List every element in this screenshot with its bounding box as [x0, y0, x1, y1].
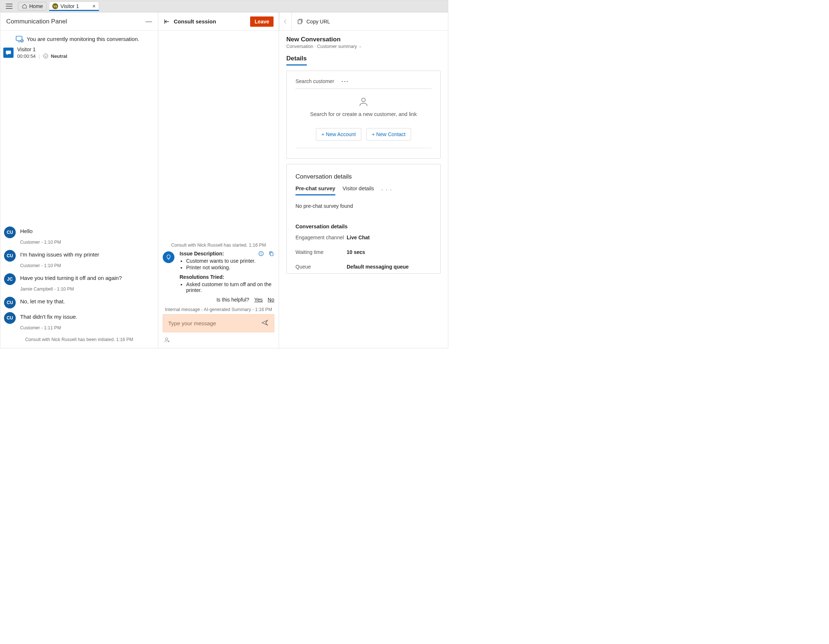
details-tab[interactable]: Details: [286, 55, 307, 65]
monitoring-banner: You are currently monitoring this conver…: [0, 31, 158, 44]
customer-card: Search customer --- Search for or create…: [286, 71, 441, 159]
tab-overflow-button[interactable]: . . .: [381, 186, 392, 196]
close-tab-button[interactable]: ✕: [92, 4, 96, 9]
conversation-details-title: Conversation details: [295, 173, 432, 180]
info-icon[interactable]: [258, 251, 264, 257]
add-participant-button[interactable]: [164, 338, 171, 344]
kv-value: Default messaging queue: [347, 264, 432, 270]
message: CUI'm having issues with my printerCusto…: [4, 250, 154, 270]
kv-key: Queue: [295, 264, 347, 270]
leave-button[interactable]: Leave: [250, 16, 274, 27]
message-list[interactable]: CUHelloCustomer - 1:10 PMCUI'm having is…: [0, 63, 158, 348]
helpful-question: Is this helpful?: [216, 297, 249, 303]
top-bar: Home V1 Visitor 1 ✕: [0, 0, 448, 13]
svg-point-15: [165, 338, 168, 340]
home-label: Home: [29, 3, 43, 9]
kv-key: Engagement channel: [295, 235, 347, 240]
helpful-yes-link[interactable]: Yes: [254, 297, 263, 303]
message-avatar: CU: [4, 250, 16, 262]
visitor-name: Visitor 1: [17, 46, 67, 52]
conversation-details-card: Conversation details Pre-chat survey Vis…: [286, 164, 441, 274]
new-account-button[interactable]: + New Account: [316, 128, 361, 140]
kv-section-title: Conversation details: [295, 224, 432, 229]
svg-rect-16: [298, 20, 301, 24]
svg-rect-5: [6, 51, 11, 54]
send-button[interactable]: [261, 319, 269, 327]
new-contact-button[interactable]: + New Contact: [366, 128, 411, 140]
kv-key: Waiting time: [295, 249, 347, 255]
neutral-face-icon: [43, 53, 49, 59]
send-icon: [261, 319, 269, 327]
message-meta: Customer - 1:10 PM: [20, 240, 154, 245]
tab-visitor-details[interactable]: Visitor details: [343, 186, 374, 196]
helpful-prompt: Is this helpful? Yes No: [180, 297, 274, 303]
message-avatar: JC: [4, 273, 16, 285]
customer-empty-hint: Search for or create a new customer, and…: [295, 111, 432, 117]
consult-title: Consult session: [174, 18, 216, 25]
tab-pre-chat-survey[interactable]: Pre-chat survey: [295, 186, 335, 196]
panel-title: Communication Panel: [6, 18, 67, 25]
add-person-icon: [164, 337, 171, 343]
svg-rect-14: [270, 253, 273, 256]
issue-heading: Issue Description:: [180, 251, 224, 257]
chevron-down-icon: [358, 45, 362, 49]
message-avatar: CU: [4, 226, 16, 238]
session-tab[interactable]: V1 Visitor 1 ✕: [49, 2, 99, 11]
tab-label: Visitor 1: [60, 3, 79, 9]
message: CUHelloCustomer - 1:10 PM: [4, 226, 154, 246]
chat-icon: [3, 47, 14, 58]
message-avatar: CU: [4, 297, 16, 308]
internal-message-meta: Internal message - AI-generated Summary …: [163, 307, 274, 312]
no-survey-text: No pre-chat survey found: [295, 203, 432, 209]
record-title: New Conversation: [286, 36, 441, 43]
arrow-left-icon: [282, 18, 289, 25]
conversation-timer: 00:00:54: [17, 54, 36, 59]
resolutions-list: Asked customer to turn off and on the pr…: [186, 281, 274, 293]
svg-point-6: [44, 54, 48, 58]
tab-avatar: V1: [52, 3, 58, 9]
list-item: Asked customer to turn off and on the pr…: [186, 281, 274, 293]
search-customer-label: Search customer: [295, 78, 334, 84]
message: JCHave you tried turning it off and on a…: [4, 273, 154, 293]
compose-box[interactable]: [163, 314, 274, 332]
collapse-panel-button[interactable]: —: [145, 17, 152, 25]
copy-icon[interactable]: [268, 251, 274, 257]
ai-summary-card: Issue Description: Customer wants to use…: [163, 251, 274, 305]
message-text: That didn't fix my issue.: [20, 314, 77, 320]
message-meta: Customer - 1:10 PM: [20, 263, 154, 268]
sentiment-label: Neutral: [51, 54, 67, 59]
collapse-left-icon[interactable]: [164, 18, 170, 25]
record-subtitle: Conversation · Customer summary: [286, 44, 441, 49]
sentiment-indicator: Neutral: [43, 53, 67, 59]
lightbulb-icon: [163, 251, 175, 263]
message: CUThat didn't fix my issue.Customer - 1:…: [4, 312, 154, 332]
svg-point-17: [362, 98, 365, 102]
system-note: Consult with Nick Russell has been initi…: [4, 337, 154, 342]
kv-value: Live Chat: [347, 235, 432, 240]
message-input[interactable]: [168, 320, 257, 327]
helpful-no-link[interactable]: No: [268, 297, 274, 303]
list-item: Printer not working.: [186, 265, 274, 270]
copy-url-button[interactable]: Copy URL: [297, 18, 330, 25]
form-selector[interactable]: Customer summary: [317, 44, 362, 49]
details-panel: Copy URL New Conversation Conversation ·…: [279, 13, 448, 348]
active-conversation-row[interactable]: Visitor 1 00:00:54 | Neutral: [0, 44, 158, 63]
search-customer-value[interactable]: ---: [342, 78, 349, 84]
issue-list: Customer wants to use printer.Printer no…: [186, 258, 274, 270]
monitor-icon: [16, 36, 24, 43]
message-text: Have you tried turning it off and on aga…: [20, 275, 122, 281]
monitoring-banner-text: You are currently monitoring this conver…: [27, 36, 139, 42]
resolutions-heading: Resolutions Tried:: [180, 274, 224, 280]
consult-started-note: Consult with Nick Russell has started. 1…: [163, 243, 274, 248]
kv-value: 10 secs: [347, 249, 432, 255]
back-button[interactable]: [279, 13, 292, 30]
hamburger-menu-button[interactable]: [2, 1, 16, 11]
home-tab[interactable]: Home: [18, 2, 47, 11]
svg-point-13: [261, 252, 262, 253]
message-meta: Customer - 1:11 PM: [20, 325, 154, 330]
message-text: No, let me try that.: [20, 298, 65, 305]
copy-url-icon: [297, 18, 304, 25]
list-item: Customer wants to use printer.: [186, 258, 274, 264]
message-avatar: CU: [4, 312, 16, 324]
home-icon: [22, 4, 27, 9]
